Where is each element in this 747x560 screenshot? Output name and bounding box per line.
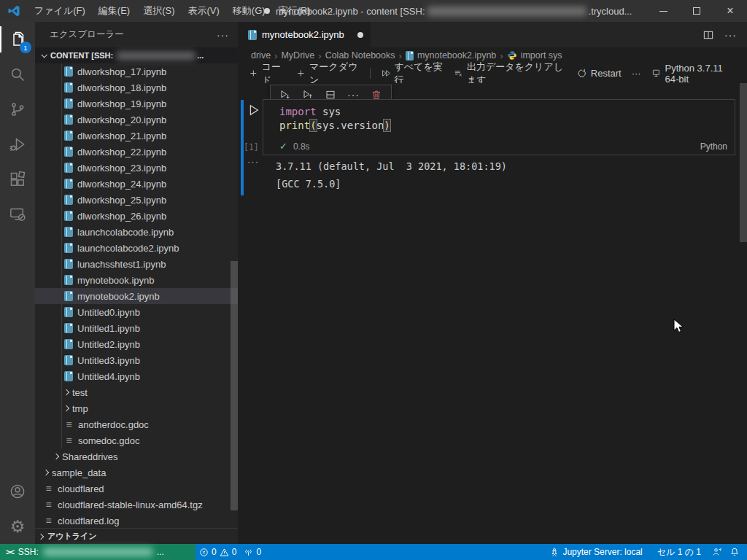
menu-item-2[interactable]: 選択(S): [136, 0, 181, 22]
cell-output: 3.7.11 (default, Jul 3 2021, 18:01:19)[G…: [276, 158, 507, 192]
file-row-dlworkshop_19.ipynb[interactable]: dlworkshop_19.ipynb: [35, 96, 238, 112]
explorer-sidebar: エクスプローラー ··· CONTENT [SSH: ... dlworksho…: [35, 22, 238, 544]
feedback-icon[interactable]: [712, 547, 722, 557]
file-row-Untitled0.ipynb[interactable]: Untitled0.ipynb: [35, 304, 238, 320]
file-row-dlworkshop_25.ipynb[interactable]: dlworkshop_25.ipynb: [35, 192, 238, 208]
file-row-Untitled1.ipynb[interactable]: Untitled1.ipynb: [35, 320, 238, 336]
file-name: mynotebook.ipynb: [77, 275, 155, 286]
menu-item-0[interactable]: ファイル(F): [28, 0, 92, 22]
file-row-dlworkshop_23.ipynb[interactable]: dlworkshop_23.ipynb: [35, 160, 238, 176]
file-row-dlworkshop_18.ipynb[interactable]: dlworkshop_18.ipynb: [35, 79, 238, 96]
sidebar-more-actions-icon[interactable]: ···: [217, 29, 229, 41]
source-control-icon: [9, 101, 26, 118]
cell-language-label[interactable]: Python: [700, 141, 727, 152]
notebook-file-icon: [64, 82, 73, 93]
file-row-sample_data[interactable]: sample_data: [35, 464, 238, 481]
file-name: dlworkshop_18.ipynb: [77, 82, 166, 93]
remote-indicator[interactable]: >< SSH: ...: [0, 544, 196, 560]
section-header-content[interactable]: CONTENT [SSH: ...: [35, 47, 238, 63]
menu-item-1[interactable]: 編集(E): [92, 0, 136, 22]
menu-item-3[interactable]: 表示(V): [182, 0, 226, 22]
notebook-file-icon: [64, 275, 73, 285]
file-row-launchcolabcode.ipynb[interactable]: launchcolabcode.ipynb: [35, 224, 238, 240]
file-row-mynotebook.ipynb[interactable]: mynotebook.ipynb: [35, 272, 238, 288]
file-row-cloudflared.log[interactable]: ≡cloudflared.log: [35, 513, 238, 529]
split-editor-icon[interactable]: [703, 29, 714, 41]
file-name: launchcolabcode.ipynb: [77, 227, 174, 238]
file-row-Shareddrives[interactable]: Shareddrives: [35, 448, 238, 464]
activitybar-remote-explorer[interactable]: [0, 197, 35, 232]
file-row-dlworkshop_17.ipynb[interactable]: dlworkshop_17.ipynb: [35, 63, 238, 79]
file-row-dlworkshop_20.ipynb[interactable]: dlworkshop_20.ipynb: [35, 112, 238, 128]
file-row-dlworkshop_24.ipynb[interactable]: dlworkshop_24.ipynb: [35, 176, 238, 192]
sidebar-scrollbar[interactable]: [231, 261, 238, 510]
tab-mynotebook2[interactable]: mynotebook2.ipynb: [238, 22, 371, 47]
breadcrumb-item-4[interactable]: import sys: [507, 50, 562, 61]
breadcrumb-item-0[interactable]: drive: [251, 50, 271, 61]
toolbar-restart[interactable]: Restart: [576, 68, 622, 79]
file-row-tmp[interactable]: tmp: [35, 400, 238, 416]
file-row-cloudflared[interactable]: ≡cloudflared: [35, 481, 238, 497]
file-icon: ≡: [44, 483, 53, 494]
activitybar-settings[interactable]: ⚙: [0, 509, 35, 544]
activitybar-extensions[interactable]: [0, 162, 35, 197]
breadcrumb-item-1[interactable]: MyDrive: [281, 50, 314, 61]
run-cell-button[interactable]: [247, 103, 263, 119]
notebook-file-icon: [64, 163, 73, 173]
file-row-dlworkshop_22.ipynb[interactable]: dlworkshop_22.ipynb: [35, 144, 238, 160]
file-name: Untitled0.ipynb: [77, 307, 140, 318]
file-row-Untitled4.ipynb[interactable]: Untitled4.ipynb: [35, 368, 238, 384]
sidebar-title: エクスプローラー: [50, 28, 124, 41]
window-title: mynotebook2.ipynb - content [SSH: .trycl…: [264, 0, 632, 22]
file-row-Untitled2.ipynb[interactable]: Untitled2.ipynb: [35, 336, 238, 352]
notebook-file-icon: [64, 259, 73, 269]
activitybar-account[interactable]: [0, 474, 35, 509]
editor-scrollbar[interactable]: [740, 83, 747, 242]
output-more-actions-icon[interactable]: ···: [247, 156, 259, 167]
maximize-button[interactable]: [680, 0, 713, 22]
dirty-dot-icon[interactable]: [357, 32, 363, 38]
notifications-bell-icon[interactable]: [729, 547, 740, 557]
file-row-mynotebook2.ipynb[interactable]: mynotebook2.ipynb: [35, 288, 238, 304]
file-row-dlworkshop_21.ipynb[interactable]: dlworkshop_21.ipynb: [35, 128, 238, 144]
notebook-file-icon: [64, 98, 73, 109]
activitybar-run-debug[interactable]: [0, 127, 35, 162]
code-cell[interactable]: import sysprint(sys.version) ✓ 0.8s Pyth…: [263, 99, 735, 155]
remote-label: SSH:: [18, 547, 39, 557]
breadcrumb-label: MyDrive: [281, 50, 314, 61]
breadcrumb-separator-icon: ›: [399, 50, 402, 61]
file-row-cloudflared-stable-linux-amd64.tgz[interactable]: ≡cloudflared-stable-linux-amd64.tgz: [35, 497, 238, 513]
file-row-Untitled3.ipynb[interactable]: Untitled3.ipynb: [35, 352, 238, 368]
ports-indicator[interactable]: 0: [240, 547, 265, 557]
close-button[interactable]: ×: [713, 0, 747, 22]
kernel-picker[interactable]: Python 3.7.11 64-bit: [651, 63, 747, 85]
code-line: print(sys.version): [279, 119, 735, 133]
explorer-badge: 1: [20, 42, 31, 53]
section-header-outline[interactable]: アウトライン: [35, 528, 238, 544]
file-row-launchcolabcode2.ipynb[interactable]: launchcolabcode2.ipynb: [35, 240, 238, 256]
file-row-test[interactable]: test: [35, 384, 238, 400]
kernel-icon: [651, 68, 661, 79]
activitybar-search[interactable]: [0, 57, 35, 92]
cell-code-editor[interactable]: import sysprint(sys.version): [263, 100, 735, 133]
cell-position-indicator[interactable]: セル 1 の 1: [654, 546, 705, 559]
activitybar-explorer[interactable]: 1: [0, 22, 35, 57]
jupyter-server-indicator[interactable]: Jupyter Server: local: [546, 547, 646, 557]
file-row-lunachsshtest1.ipynb[interactable]: lunachsshtest1.ipynb: [35, 256, 238, 272]
minimize-button[interactable]: [646, 0, 680, 22]
problems-indicator[interactable]: 0 0: [196, 547, 240, 557]
more-actions-icon[interactable]: ···: [724, 29, 737, 41]
breadcrumb-item-2[interactable]: Colab Notebooks: [325, 50, 395, 61]
breadcrumb-item-3[interactable]: mynotebook2.ipynb: [406, 50, 496, 61]
file-name: Shareddrives: [62, 451, 118, 462]
remote-explorer-icon: [9, 206, 26, 223]
notebook-area: ··· import sysprint(sys.version) ✓ 0.8s …: [238, 83, 747, 544]
file-row-anotherdoc.gdoc[interactable]: ≡anotherdoc.gdoc: [35, 416, 238, 432]
toolbar-more-actions[interactable]: ···: [632, 68, 641, 79]
activitybar-source-control[interactable]: [0, 92, 35, 127]
file-row-dlworkshop_26.ipynb[interactable]: dlworkshop_26.ipynb: [35, 208, 238, 224]
file-name: dlworkshop_22.ipynb: [77, 147, 166, 158]
file-row-somedoc.gdoc[interactable]: ≡somedoc.gdoc: [35, 432, 238, 448]
python-icon: [507, 50, 517, 61]
code-token: print: [279, 120, 310, 131]
